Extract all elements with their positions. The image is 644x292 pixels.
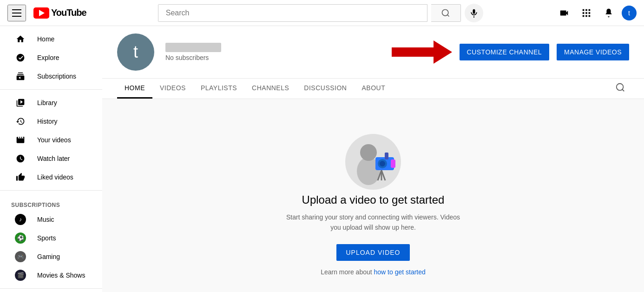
tab-discussion[interactable]: DISCUSSION <box>296 79 354 99</box>
svg-rect-2 <box>473 9 475 13</box>
sidebar-label-home: Home <box>37 35 54 43</box>
header-right: t <box>555 4 637 22</box>
channel-tabs: HOME VIDEOS PLAYLISTS CHANNELS DISCUSSIO… <box>102 79 644 99</box>
search-input[interactable] <box>158 5 427 21</box>
sidebar-item-history[interactable]: History <box>4 112 99 131</box>
channel-search-button[interactable] <box>611 79 629 99</box>
svg-rect-23 <box>391 159 395 168</box>
hamburger-menu[interactable] <box>7 5 26 21</box>
sidebar-item-your-videos[interactable]: Your videos <box>4 131 99 149</box>
red-arrow-indicator <box>392 38 452 66</box>
sports-icon: ⚽ <box>15 232 26 244</box>
camera-icon <box>559 8 569 18</box>
svg-line-15 <box>622 89 624 91</box>
main-content-area: t No subscribers CUSTOMIZE CHANNEL MANAG… <box>102 26 644 292</box>
sidebar-item-library[interactable]: Library <box>4 93 99 112</box>
svg-rect-6 <box>589 9 591 11</box>
upload-description: Start sharing your story and connecting … <box>285 212 461 233</box>
home-icon <box>15 34 26 44</box>
sidebar-item-home[interactable]: Home <box>4 30 99 48</box>
svg-rect-11 <box>585 15 587 17</box>
svg-point-21 <box>380 161 385 166</box>
your-videos-icon <box>15 135 26 145</box>
sidebar-divider-3 <box>0 288 102 289</box>
notifications-button[interactable] <box>599 4 618 22</box>
tab-home[interactable]: HOME <box>117 79 152 99</box>
mic-button[interactable] <box>465 4 483 22</box>
tab-playlists[interactable]: PLAYLISTS <box>193 79 244 99</box>
gaming-icon: 🎮 <box>15 251 26 262</box>
sidebar-label-movies-shows: Movies & Shows <box>37 272 85 279</box>
search-bar <box>158 4 427 22</box>
create-video-button[interactable] <box>555 4 573 22</box>
customize-channel-button[interactable]: CUSTOMIZE CHANNEL <box>460 44 549 60</box>
channel-info: No subscribers <box>165 43 381 61</box>
svg-point-0 <box>442 9 448 15</box>
svg-rect-22 <box>385 153 388 159</box>
header-left: YouTube <box>7 5 86 21</box>
sidebar-item-liked-videos[interactable]: Liked videos <box>4 168 99 186</box>
sidebar-item-explore[interactable]: Explore <box>4 48 99 67</box>
get-started-link[interactable]: how to get started <box>374 268 426 276</box>
svg-line-1 <box>447 14 449 16</box>
svg-rect-9 <box>589 12 591 14</box>
tab-videos[interactable]: VIDEOS <box>152 79 193 99</box>
sidebar: Home Explore Subscriptions Library Hist <box>0 26 102 292</box>
svg-point-18 <box>360 144 377 161</box>
sidebar-item-sports[interactable]: ⚽ Sports <box>4 229 99 247</box>
channel-empty-state: Upload a video to get started Start shar… <box>102 99 644 292</box>
youtube-logo[interactable]: YouTube <box>33 7 86 19</box>
header-center <box>86 4 555 22</box>
sidebar-label-library: Library <box>37 99 57 106</box>
subscriptions-section-title: SUBSCRIPTIONS <box>0 194 102 210</box>
history-icon <box>15 117 26 126</box>
sidebar-item-subscriptions[interactable]: Subscriptions <box>4 67 99 86</box>
sidebar-item-watch-later[interactable]: Watch later <box>4 149 99 168</box>
main-layout: Home Explore Subscriptions Library Hist <box>0 26 644 292</box>
sidebar-label-music: Music <box>37 216 54 223</box>
upload-video-button[interactable]: UPLOAD VIDEO <box>336 244 409 261</box>
sidebar-label-subscriptions: Subscriptions <box>37 73 76 80</box>
sidebar-label-watch-later: Watch later <box>37 155 70 162</box>
liked-videos-icon <box>15 173 26 182</box>
sidebar-item-movies-shows[interactable]: 🎬 Movies & Shows <box>4 266 99 285</box>
channel-subscribers: No subscribers <box>165 54 381 61</box>
channel-name-blurred <box>165 43 221 52</box>
svg-rect-8 <box>585 12 587 14</box>
svg-marker-13 <box>392 40 452 64</box>
tab-channels[interactable]: CHANNELS <box>244 79 296 99</box>
sidebar-label-explore: Explore <box>37 54 59 61</box>
channel-avatar: t <box>117 33 154 71</box>
explore-icon <box>15 53 26 62</box>
upload-title: Upload a video to get started <box>302 193 445 206</box>
svg-rect-4 <box>583 9 585 11</box>
search-icon <box>441 8 450 18</box>
youtube-logo-icon <box>33 7 49 19</box>
sidebar-label-liked-videos: Liked videos <box>37 173 73 181</box>
sidebar-item-music[interactable]: ♪ Music <box>4 210 99 229</box>
movies-icon: 🎬 <box>15 270 26 281</box>
subscriptions-icon <box>15 72 26 81</box>
apps-icon <box>581 8 591 18</box>
tab-about[interactable]: ABOUT <box>354 79 393 99</box>
svg-rect-5 <box>585 9 587 11</box>
svg-rect-12 <box>589 15 591 17</box>
search-button[interactable] <box>431 4 461 22</box>
user-avatar-button[interactable]: t <box>622 6 637 20</box>
mic-icon <box>469 8 479 18</box>
sidebar-item-gaming[interactable]: 🎮 Gaming <box>4 247 99 266</box>
manage-videos-button[interactable]: MANAGE VIDEOS <box>557 44 629 60</box>
apps-button[interactable] <box>577 4 596 22</box>
sidebar-divider-1 <box>0 89 102 90</box>
channel-header: t No subscribers CUSTOMIZE CHANNEL MANAG… <box>102 26 644 79</box>
svg-point-14 <box>617 84 624 91</box>
red-arrow-svg <box>392 38 452 66</box>
learn-more-text: Learn more about how to get started <box>321 268 426 276</box>
youtube-logo-text: YouTube <box>51 7 86 18</box>
channel-actions: CUSTOMIZE CHANNEL MANAGE VIDEOS <box>392 38 629 66</box>
sidebar-label-history: History <box>37 118 58 125</box>
header: YouTube <box>0 0 644 26</box>
sidebar-label-your-videos: Your videos <box>37 136 71 144</box>
watch-later-icon <box>15 154 26 163</box>
library-icon <box>15 98 26 107</box>
